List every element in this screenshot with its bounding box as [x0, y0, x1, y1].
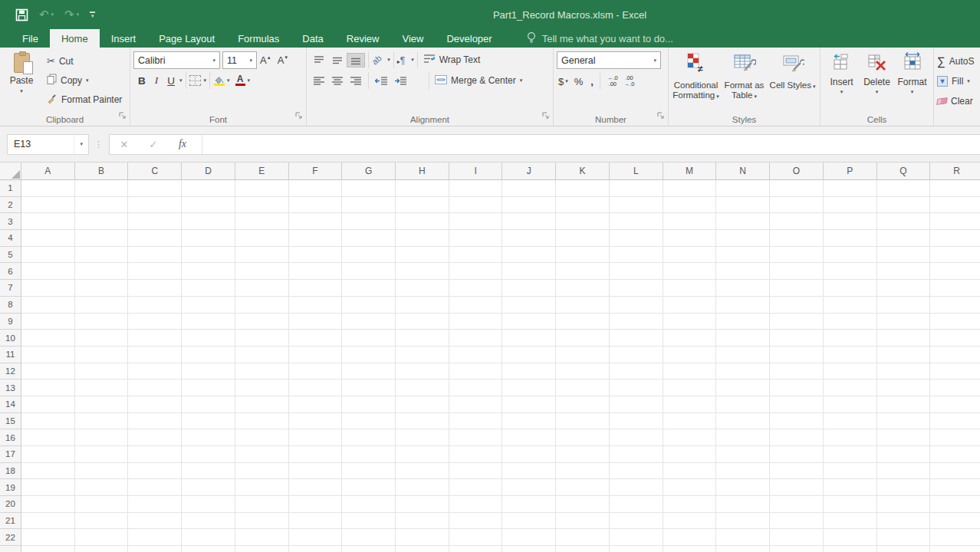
cell-F13[interactable] — [289, 380, 343, 396]
cell-D8[interactable] — [182, 297, 235, 314]
cell-J17[interactable] — [502, 446, 556, 463]
cell-I12[interactable] — [449, 363, 503, 380]
cell-N10[interactable] — [716, 330, 770, 347]
cell-G15[interactable] — [342, 413, 396, 430]
cell-P1[interactable] — [824, 180, 877, 197]
cell-J18[interactable] — [502, 463, 556, 480]
redo-icon[interactable]: ↷▾ — [64, 8, 79, 21]
cell-H18[interactable] — [396, 463, 449, 480]
cell-J6[interactable] — [502, 263, 556, 280]
cell-J19[interactable] — [502, 479, 556, 496]
cell-G18[interactable] — [342, 463, 396, 480]
paste-button[interactable]: Paste ▾ — [3, 51, 40, 113]
cell-J13[interactable] — [502, 380, 556, 396]
cell-I5[interactable] — [449, 247, 503, 264]
cell-E18[interactable] — [235, 463, 289, 480]
row-header-21[interactable]: 21 — [0, 513, 21, 530]
top-align-button[interactable] — [310, 53, 328, 67]
cell-P22[interactable] — [824, 529, 877, 546]
cell-styles-dropdown-icon[interactable]: ▾ — [813, 84, 816, 89]
column-header-M[interactable]: M — [663, 163, 717, 180]
cell-M1[interactable] — [663, 180, 717, 197]
row-header-19[interactable]: 19 — [0, 479, 21, 496]
cell-E6[interactable] — [235, 263, 289, 280]
row-header-18[interactable]: 18 — [0, 463, 21, 480]
cell-A1[interactable] — [21, 180, 75, 197]
tab-home[interactable]: Home — [50, 29, 100, 48]
tab-page-layout[interactable]: Page Layout — [147, 29, 226, 48]
cell-K13[interactable] — [556, 380, 610, 396]
cell-H17[interactable] — [396, 446, 449, 463]
format-as-table-dropdown-icon[interactable]: ▾ — [754, 94, 757, 99]
cell-L11[interactable] — [610, 347, 663, 363]
decrease-decimal-button[interactable]: .00 →.0 — [622, 75, 637, 87]
font-color-dropdown-icon[interactable]: ▾ — [248, 77, 251, 84]
row-header-7[interactable]: 7 — [0, 280, 21, 297]
cell-P17[interactable] — [824, 446, 877, 463]
row-header-12[interactable]: 12 — [0, 363, 21, 380]
cell-R2[interactable] — [930, 197, 980, 214]
cancel-icon[interactable]: ✕ — [110, 139, 139, 150]
cell-G22[interactable] — [342, 529, 396, 546]
cell-N9[interactable] — [716, 314, 770, 330]
cell-F2[interactable] — [289, 197, 343, 214]
cell-H9[interactable] — [396, 314, 449, 330]
cell-L22[interactable] — [610, 529, 663, 546]
cell-P4[interactable] — [824, 230, 877, 247]
cell-A19[interactable] — [21, 479, 75, 496]
insert-dropdown-icon[interactable]: ▾ — [840, 89, 844, 95]
cell-A15[interactable] — [21, 413, 75, 430]
row-header-8[interactable]: 8 — [0, 297, 21, 314]
cell-P13[interactable] — [824, 380, 877, 396]
cell-C17[interactable] — [128, 446, 182, 463]
row-header-3[interactable]: 3 — [0, 213, 21, 230]
name-box[interactable]: E13 ▾ — [7, 134, 89, 155]
cell-N3[interactable] — [716, 213, 770, 230]
cell-N17[interactable] — [716, 446, 770, 463]
fill-color-dropdown-icon[interactable]: ▾ — [227, 77, 230, 84]
cell-I9[interactable] — [449, 314, 503, 330]
cell-R3[interactable] — [930, 213, 980, 230]
cell-D12[interactable] — [182, 363, 235, 380]
cell-P20[interactable] — [824, 496, 877, 513]
cell-R8[interactable] — [930, 297, 980, 314]
cell-M8[interactable] — [663, 297, 717, 314]
cell-O16[interactable] — [770, 429, 824, 446]
cell-N4[interactable] — [716, 230, 770, 247]
decrease-font-size-button[interactable]: A▼ — [275, 54, 292, 66]
cell-C12[interactable] — [128, 363, 182, 380]
cell-I13[interactable] — [449, 380, 503, 396]
cell-B15[interactable] — [75, 413, 129, 430]
cell-C18[interactable] — [128, 463, 182, 480]
cell-C10[interactable] — [128, 330, 182, 347]
cell-R10[interactable] — [930, 330, 980, 347]
cell-F4[interactable] — [289, 230, 343, 247]
cell-E15[interactable] — [235, 413, 289, 430]
cell-H15[interactable] — [396, 413, 449, 430]
cell-E12[interactable] — [235, 363, 289, 380]
fill-button[interactable]: ▼ Fill ▾ — [937, 71, 977, 90]
cell-K9[interactable] — [556, 314, 610, 330]
cell-E22[interactable] — [235, 529, 289, 546]
cell-A7[interactable] — [21, 280, 75, 297]
tab-view[interactable]: View — [390, 29, 435, 48]
cell-C1[interactable] — [128, 180, 182, 197]
cell-B20[interactable] — [75, 496, 129, 513]
cell-M11[interactable] — [663, 347, 717, 363]
cell-D18[interactable] — [182, 463, 235, 480]
cell-R6[interactable] — [930, 263, 980, 280]
cell-I15[interactable] — [449, 413, 503, 430]
tab-insert[interactable]: Insert — [100, 29, 148, 48]
column-header-O[interactable]: O — [770, 163, 824, 180]
cell-L3[interactable] — [610, 213, 663, 230]
cell-Q16[interactable] — [877, 429, 931, 446]
tab-data[interactable]: Data — [291, 29, 334, 48]
cell-D3[interactable] — [182, 213, 235, 230]
cell-C7[interactable] — [128, 280, 182, 297]
wrap-text-button[interactable]: Wrap Text — [421, 54, 483, 66]
cell-E20[interactable] — [235, 496, 289, 513]
cell-H13[interactable] — [396, 380, 449, 396]
column-header-R[interactable]: R — [930, 163, 980, 180]
cell-A2[interactable] — [21, 197, 75, 214]
cell-D2[interactable] — [182, 197, 235, 214]
